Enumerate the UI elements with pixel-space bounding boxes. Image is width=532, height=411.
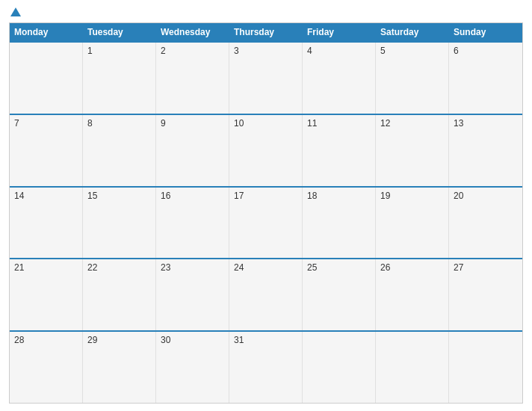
day-number: 8	[87, 118, 151, 129]
calendar-week: 123456	[10, 41, 522, 114]
calendar-cell: 17	[229, 188, 303, 259]
calendar-day-header: Wednesday	[156, 23, 229, 41]
calendar-cell: 23	[156, 259, 229, 330]
day-number: 28	[14, 335, 78, 345]
calendar-cell: 16	[156, 188, 229, 259]
calendar-cell: 1	[83, 43, 156, 114]
calendar-cell: 12	[376, 115, 449, 186]
day-number: 15	[87, 191, 151, 201]
day-number: 13	[454, 118, 518, 129]
day-number: 7	[14, 118, 78, 129]
day-number: 26	[380, 262, 444, 273]
calendar-cell: 6	[449, 43, 522, 114]
calendar-cell: 10	[229, 115, 303, 186]
calendar-cell: 19	[376, 188, 449, 259]
day-number: 23	[161, 262, 224, 273]
header	[9, 7, 523, 16]
page: MondayTuesdayWednesdayThursdayFridaySatu…	[0, 0, 532, 411]
day-number: 12	[380, 118, 444, 129]
day-number: 20	[454, 191, 518, 201]
day-number: 3	[234, 46, 297, 56]
calendar-cell: 26	[376, 259, 449, 330]
calendar-cell: 27	[449, 259, 522, 330]
day-number: 27	[454, 262, 518, 273]
calendar-cell: 9	[156, 115, 229, 186]
calendar-cell: 4	[303, 43, 376, 114]
day-number: 16	[161, 191, 224, 201]
day-number: 24	[234, 262, 297, 273]
day-number: 5	[380, 46, 444, 56]
calendar-cell: 2	[156, 43, 229, 114]
day-number: 2	[161, 46, 224, 56]
day-number: 21	[14, 262, 78, 273]
calendar-cell	[449, 332, 522, 403]
calendar-day-header: Tuesday	[83, 23, 156, 41]
calendar-week: 78910111213	[10, 114, 522, 186]
calendar: MondayTuesdayWednesdayThursdayFridaySatu…	[9, 22, 523, 404]
day-number: 10	[234, 118, 297, 129]
day-number: 17	[234, 191, 297, 201]
day-number: 11	[307, 118, 371, 129]
calendar-cell: 18	[303, 188, 376, 259]
calendar-cell: 22	[83, 259, 156, 330]
calendar-week: 14151617181920	[10, 186, 522, 259]
calendar-cell: 15	[83, 188, 156, 259]
calendar-body: 1234567891011121314151617181920212223242…	[10, 41, 522, 403]
day-number: 22	[87, 262, 151, 273]
calendar-day-header: Sunday	[449, 23, 522, 41]
day-number: 14	[14, 191, 78, 201]
day-number: 19	[380, 191, 444, 201]
calendar-cell: 20	[449, 188, 522, 259]
calendar-cell: 14	[10, 188, 83, 259]
calendar-day-header: Friday	[303, 23, 376, 41]
calendar-day-header: Saturday	[376, 23, 449, 41]
calendar-day-header: Monday	[10, 23, 83, 41]
day-number: 29	[87, 335, 151, 345]
calendar-cell: 28	[10, 332, 83, 403]
calendar-cell: 5	[376, 43, 449, 114]
calendar-week: 21222324252627	[10, 258, 522, 330]
calendar-cell: 25	[303, 259, 376, 330]
calendar-cell: 30	[156, 332, 229, 403]
calendar-cell	[10, 43, 83, 114]
calendar-header: MondayTuesdayWednesdayThursdayFridaySatu…	[10, 23, 522, 41]
calendar-cell: 7	[10, 115, 83, 186]
calendar-cell: 11	[303, 115, 376, 186]
day-number: 1	[87, 46, 151, 56]
calendar-cell: 31	[229, 332, 303, 403]
day-number: 4	[307, 46, 371, 56]
day-number: 6	[454, 46, 518, 56]
logo-triangle-icon	[10, 7, 21, 16]
day-number: 18	[307, 191, 371, 201]
logo	[9, 7, 21, 16]
calendar-cell: 8	[83, 115, 156, 186]
calendar-day-header: Thursday	[229, 23, 303, 41]
calendar-cell: 21	[10, 259, 83, 330]
calendar-cell	[376, 332, 449, 403]
calendar-cell: 24	[229, 259, 303, 330]
day-number: 31	[234, 335, 297, 345]
day-number: 25	[307, 262, 371, 273]
day-number: 9	[161, 118, 224, 129]
calendar-cell: 3	[229, 43, 303, 114]
calendar-cell	[303, 332, 376, 403]
calendar-cell: 13	[449, 115, 522, 186]
calendar-week: 28293031	[10, 330, 522, 403]
day-number: 30	[161, 335, 224, 345]
calendar-cell: 29	[83, 332, 156, 403]
